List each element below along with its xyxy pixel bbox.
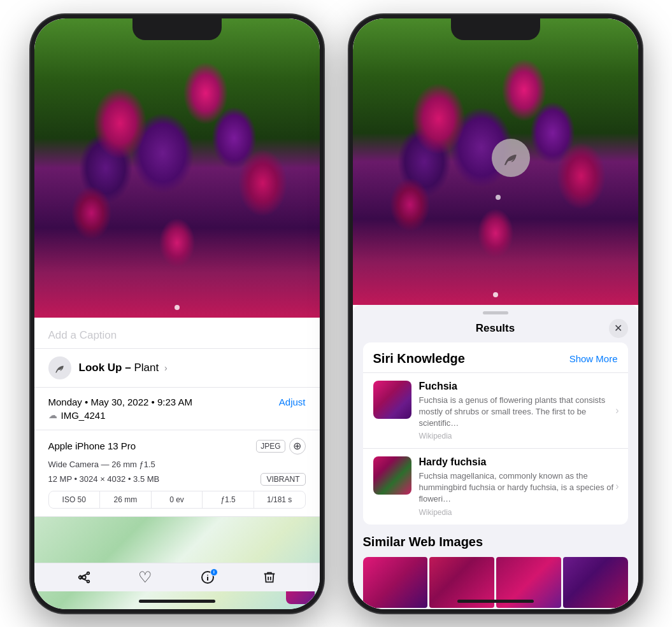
hardy-thumbnail — [373, 456, 411, 495]
fuchsia-thumb-img — [373, 381, 411, 419]
knowledge-item-fuchsia[interactable]: Fuchsia Fuchsia is a genus of flowering … — [363, 372, 628, 449]
fuchsia-name: Fuchsia — [419, 381, 618, 392]
exif-aperture: ƒ1.5 — [203, 491, 254, 508]
sheet-title: Results — [476, 322, 515, 335]
adjust-button[interactable]: Adjust — [279, 397, 306, 407]
bubble-dot — [496, 195, 501, 200]
metadata-section: Monday • May 30, 2022 • 9:23 AM Adjust ☁… — [34, 388, 320, 430]
hardy-thumb-img — [373, 456, 411, 495]
svg-point-0 — [87, 572, 89, 574]
left-phone-screen: Add a Caption Look Up – Plant › — [34, 18, 320, 609]
mp-row: 12 MP • 3024 × 4032 • 3.5 MB VIBRANT — [48, 473, 306, 486]
sheet-header: Results ✕ — [353, 314, 638, 342]
results-sheet[interactable]: Results ✕ Siri Knowledge Show More — [353, 305, 638, 609]
date-text: Monday • May 30, 2022 • 9:23 AM — [48, 397, 192, 407]
lookup-bubble[interactable] — [492, 139, 530, 177]
mp-text: 12 MP • 3024 × 4032 • 3.5 MB — [48, 474, 160, 484]
home-indicator — [139, 600, 215, 603]
right-photo-area[interactable] — [353, 18, 638, 305]
phones-container: Add a Caption Look Up – Plant › — [18, 2, 655, 626]
photo-area[interactable] — [34, 18, 320, 318]
device-row: Apple iPhone 13 Pro JPEG ⊕ — [48, 438, 306, 454]
right-leaf-icon — [501, 148, 520, 167]
web-image-4[interactable] — [563, 557, 628, 608]
exif-focal: 26 mm — [100, 491, 152, 508]
hardy-chevron: › — [615, 481, 618, 492]
device-section: Apple iPhone 13 Pro JPEG ⊕ Wide Camera —… — [34, 430, 320, 517]
fuchsia-source: Wikipedia — [419, 432, 618, 440]
right-photo-dot — [493, 292, 498, 297]
device-name: Apple iPhone 13 Pro — [48, 440, 136, 451]
fuchsia-chevron: › — [615, 405, 618, 416]
right-notch — [451, 18, 540, 40]
lookup-icon-circle — [48, 356, 71, 379]
share-button[interactable] — [77, 570, 91, 584]
caption-placeholder[interactable]: Add a Caption — [48, 329, 117, 341]
device-badges: JPEG ⊕ — [256, 438, 305, 454]
fuchsia-description: Fuchsia is a genus of flowering plants t… — [419, 395, 618, 430]
info-badge: i — [210, 568, 218, 576]
right-phone: Results ✕ Siri Knowledge Show More — [349, 15, 642, 613]
jpeg-badge: JPEG — [256, 440, 285, 453]
close-button[interactable]: ✕ — [609, 319, 628, 338]
knowledge-section: Siri Knowledge Show More Fuchsia Fuchsia… — [363, 342, 628, 525]
caption-area[interactable]: Add a Caption — [34, 318, 320, 349]
exif-row: ISO 50 26 mm 0 ev ƒ1.5 1/181 s — [48, 491, 306, 509]
right-phone-screen: Results ✕ Siri Knowledge Show More — [353, 18, 638, 609]
knowledge-header: Siri Knowledge Show More — [363, 342, 628, 372]
vibrant-badge: VIBRANT — [261, 473, 305, 486]
exif-shutter: 1/181 s — [254, 491, 305, 508]
photo-dot-indicator — [175, 305, 180, 310]
hardy-name: Hardy fuchsia — [419, 456, 618, 468]
fuchsia-photo — [34, 18, 320, 318]
lookup-row[interactable]: Look Up – Plant › — [34, 349, 320, 388]
notch — [132, 18, 222, 40]
knowledge-title: Siri Knowledge — [373, 351, 465, 366]
fuchsia-thumbnail — [373, 381, 411, 419]
exif-ev: 0 ev — [152, 491, 203, 508]
lookup-label: Look Up – Plant › — [79, 362, 168, 374]
cloud-icon: ☁ — [48, 410, 57, 420]
web-images-section: Similar Web Images — [353, 535, 638, 608]
hardy-content: Hardy fuchsia Fuchsia magellanica, commo… — [419, 456, 618, 517]
knowledge-item-hardy[interactable]: Hardy fuchsia Fuchsia magellanica, commo… — [363, 448, 628, 525]
web-image-1[interactable] — [363, 557, 428, 608]
right-home-indicator — [457, 600, 534, 603]
hardy-description: Fuchsia magellanica, commonly known as t… — [419, 470, 618, 505]
filename-row: ☁ IMG_4241 — [48, 410, 306, 421]
trash-button[interactable] — [262, 570, 276, 584]
toolbar: ♡ i — [34, 563, 320, 591]
web-images-title: Similar Web Images — [363, 535, 628, 549]
camera-specs: Wide Camera — 26 mm ƒ1.5 — [48, 460, 306, 469]
right-phone-content: Results ✕ Siri Knowledge Show More — [353, 18, 638, 609]
fuchsia-content: Fuchsia Fuchsia is a genus of flowering … — [419, 381, 618, 441]
lookup-chevron: › — [164, 363, 168, 373]
date-row: Monday • May 30, 2022 • 9:23 AM Adjust — [48, 397, 306, 407]
heart-button[interactable]: ♡ — [138, 568, 152, 586]
svg-point-1 — [87, 580, 89, 582]
left-phone: Add a Caption Look Up – Plant › — [31, 15, 324, 613]
info-button[interactable]: i — [200, 570, 215, 585]
location-icon: ⊕ — [289, 438, 306, 454]
svg-point-2 — [79, 576, 82, 579]
left-phone-content: Add a Caption Look Up – Plant › — [34, 18, 320, 609]
filename-text: IMG_4241 — [61, 410, 106, 421]
hardy-source: Wikipedia — [419, 508, 618, 517]
show-more-button[interactable]: Show More — [569, 353, 618, 364]
exif-iso: ISO 50 — [49, 491, 101, 508]
leaf-icon — [54, 362, 66, 374]
